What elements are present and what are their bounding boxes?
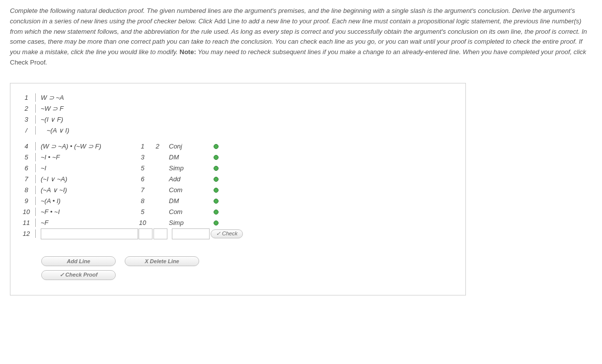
derived-row[interactable]: 9~(A • I)8DM [19, 196, 456, 207]
derived-statement: ~F • ~I [36, 208, 135, 216]
line-number: 3 [19, 115, 36, 124]
rule-name: Simp [165, 219, 204, 226]
line-number: 11 [19, 218, 36, 227]
derived-statement: (W ⊃ ~A) • (~W ⊃ F) [36, 143, 135, 150]
derived-statement: ~I • ~F [36, 153, 135, 161]
ref1: 3 [135, 153, 150, 161]
rule-name: Simp [165, 164, 204, 172]
premise-statement: ~W ⊃ F [36, 105, 135, 112]
line-number: 1 [19, 93, 36, 102]
derived-row[interactable]: 6~I5Simp [19, 163, 456, 174]
line-number: 7 [19, 175, 36, 183]
premise-row[interactable]: 3 ~(I ∨ F) [19, 114, 456, 125]
derived-row[interactable]: 8(~A ∨ ~I)7Com [19, 185, 456, 196]
line-number: 9 [19, 197, 36, 205]
line-number: 12 [19, 229, 36, 238]
delete-line-button[interactable]: X Delete Line [125, 256, 199, 266]
rule-name: Add [165, 175, 204, 183]
ref1: 6 [135, 175, 150, 183]
ref1: 1 [135, 143, 150, 150]
status-ok-icon [214, 220, 219, 225]
ref1: 5 [135, 208, 150, 216]
rule-name: Conj [165, 143, 204, 150]
derived-row[interactable]: 5~I • ~F3DM [19, 152, 456, 163]
check-proof-button[interactable]: ✓ Check Proof [41, 270, 116, 280]
derived-statement: ~I [36, 164, 135, 172]
input-row[interactable]: 12 ✓ Check [19, 228, 456, 239]
instructions-text: Complete the following natural deduction… [10, 6, 592, 68]
status-ok-icon [214, 144, 219, 149]
status-ok-icon [214, 188, 219, 193]
status-ok-icon [214, 199, 219, 204]
check-line-button[interactable]: ✓ Check [211, 229, 243, 238]
line-number: 2 [19, 104, 36, 113]
premise-row[interactable]: 2 ~W ⊃ F [19, 103, 456, 114]
derived-row[interactable]: 10~F • ~I5Com [19, 207, 456, 218]
line-number: 4 [19, 142, 36, 150]
status-ok-icon [214, 155, 219, 160]
line-number: 6 [19, 164, 36, 172]
derived-statement: (~A ∨ ~I) [36, 186, 135, 194]
status-ok-icon [214, 210, 219, 215]
status-ok-icon [214, 177, 219, 182]
rule-name: Com [165, 186, 204, 194]
premise-statement: ~(I ∨ F) [36, 116, 135, 123]
derived-row[interactable]: 11~F10Simp [19, 218, 456, 228]
status-ok-icon [214, 166, 219, 171]
ref1: 7 [135, 186, 150, 194]
derived-statement: (~I ∨ ~A) [36, 175, 135, 183]
conclusion-statement: ~(A ∨ I) [36, 127, 141, 134]
ref1: 10 [135, 219, 150, 226]
premises-block: 1 W ⊃ ~A 2 ~W ⊃ F 3 ~(I ∨ F) / ~(A ∨ I) [19, 92, 456, 136]
conclusion-row[interactable]: / ~(A ∨ I) [19, 125, 456, 136]
line-number: / [19, 126, 36, 135]
derived-row[interactable]: 4(W ⊃ ~A) • (~W ⊃ F)12Conj [19, 141, 456, 152]
rule-input[interactable] [172, 228, 210, 239]
ref1-input[interactable] [139, 228, 152, 239]
rule-name: DM [165, 153, 204, 161]
ref1: 8 [135, 197, 150, 205]
derived-row[interactable]: 7(~I ∨ ~A)6Add [19, 174, 456, 185]
line-number: 5 [19, 153, 36, 161]
rule-name: DM [165, 197, 204, 205]
derived-statement: ~(A • I) [36, 197, 135, 205]
proof-checker-panel: 1 W ⊃ ~A 2 ~W ⊃ F 3 ~(I ∨ F) / ~(A ∨ I) … [10, 83, 466, 295]
add-line-button[interactable]: Add Line [41, 256, 116, 266]
derived-statement: ~F [36, 219, 135, 226]
premise-row[interactable]: 1 W ⊃ ~A [19, 92, 456, 103]
ref1: 5 [135, 164, 150, 172]
premise-statement: W ⊃ ~A [36, 94, 135, 101]
line-number: 10 [19, 208, 36, 216]
line-number: 8 [19, 186, 36, 194]
ref2-input[interactable] [153, 228, 167, 239]
statement-input[interactable] [41, 228, 138, 239]
ref2: 2 [150, 143, 165, 150]
rule-name: Com [165, 208, 204, 216]
